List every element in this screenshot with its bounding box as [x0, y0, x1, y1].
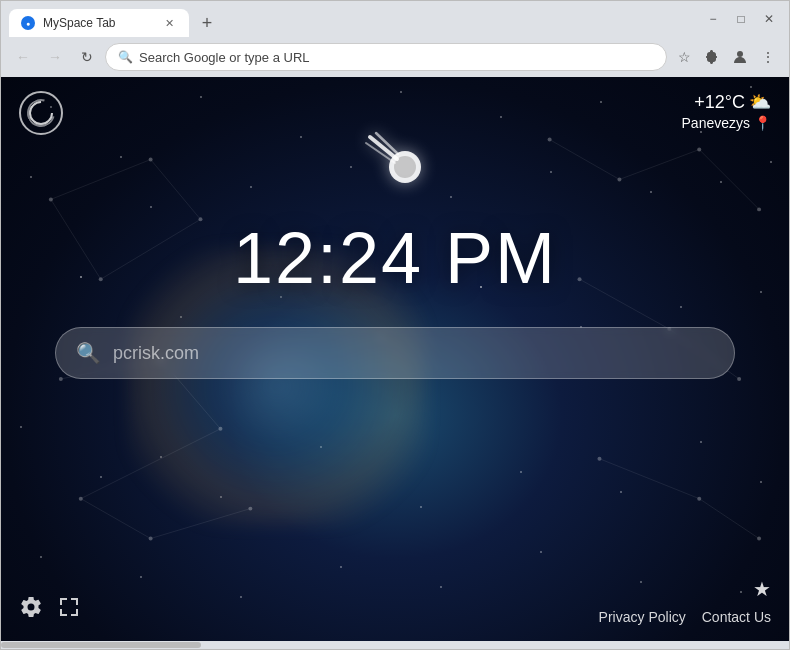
logo-area[interactable] [19, 91, 63, 135]
space-background: +12°C ⛅ Panevezys 📍 12:24 [1, 77, 789, 641]
title-bar: MySpace Tab ✕ + − □ ✕ [1, 1, 789, 37]
bookmark-button[interactable]: ☆ [671, 44, 697, 70]
tab-close-button[interactable]: ✕ [161, 15, 177, 31]
logo-inner-ring [22, 94, 60, 132]
weather-icon: ⛅ [749, 91, 771, 113]
extension-button[interactable] [699, 44, 725, 70]
svg-line-13 [101, 219, 201, 279]
url-bar[interactable]: 🔍 Search Google or type a URL [105, 43, 667, 71]
svg-line-11 [51, 160, 151, 200]
bottom-left-controls [19, 595, 81, 625]
weather-widget: +12°C ⛅ Panevezys 📍 [682, 91, 771, 131]
search-url-icon: 🔍 [118, 50, 133, 64]
scrollbar-thumb[interactable] [1, 642, 201, 648]
new-tab-button[interactable]: + [193, 9, 221, 37]
star-icon[interactable]: ★ [753, 577, 771, 601]
reload-button[interactable]: ↻ [73, 43, 101, 71]
forward-button[interactable]: → [41, 43, 69, 71]
fullscreen-icon[interactable] [57, 595, 81, 625]
logo-icon [19, 91, 63, 135]
search-container: 🔍 [55, 327, 735, 379]
svg-line-14 [51, 199, 101, 279]
svg-line-31 [619, 150, 699, 180]
address-bar: ← → ↻ 🔍 Search Google or type a URL ☆ ⋮ [1, 37, 789, 77]
weather-temperature: +12°C ⛅ [682, 91, 771, 113]
svg-line-17 [81, 429, 221, 499]
url-text: Search Google or type a URL [139, 50, 654, 65]
search-icon: 🔍 [76, 341, 101, 365]
address-actions: ☆ ⋮ [671, 44, 781, 70]
bottom-right-links: Privacy Policy Contact Us [599, 609, 771, 625]
search-input[interactable] [113, 343, 714, 364]
menu-button[interactable]: ⋮ [755, 44, 781, 70]
svg-point-0 [737, 51, 743, 57]
minimize-button[interactable]: − [701, 7, 725, 31]
content-area: +12°C ⛅ Panevezys 📍 12:24 [1, 77, 789, 641]
window-controls: − □ ✕ [701, 7, 781, 31]
svg-line-35 [599, 459, 699, 499]
profile-button[interactable] [727, 44, 753, 70]
tab-title: MySpace Tab [43, 16, 153, 30]
clock-display: 12:24 PM [233, 217, 557, 299]
meteor-icon [360, 127, 430, 211]
tab-area: MySpace Tab ✕ + [9, 1, 693, 37]
svg-point-24 [578, 277, 582, 281]
scrollbar[interactable] [1, 641, 789, 649]
tab-favicon [21, 16, 35, 30]
svg-line-18 [81, 499, 151, 539]
temp-value: +12°C [694, 92, 745, 113]
svg-line-19 [151, 509, 251, 539]
active-tab[interactable]: MySpace Tab ✕ [9, 9, 189, 37]
weather-city: Panevezys 📍 [682, 115, 771, 131]
search-bar[interactable]: 🔍 [55, 327, 735, 379]
svg-line-12 [151, 160, 201, 220]
location-pin-icon: 📍 [754, 115, 771, 131]
contact-us-link[interactable]: Contact Us [702, 609, 771, 625]
city-name: Panevezys [682, 115, 750, 131]
maximize-button[interactable]: □ [729, 7, 753, 31]
svg-line-30 [550, 140, 620, 180]
back-button[interactable]: ← [9, 43, 37, 71]
svg-line-36 [699, 499, 759, 539]
svg-line-33 [580, 279, 670, 329]
svg-line-32 [699, 150, 759, 210]
close-window-button[interactable]: ✕ [757, 7, 781, 31]
settings-icon[interactable] [19, 595, 43, 625]
privacy-policy-link[interactable]: Privacy Policy [599, 609, 686, 625]
